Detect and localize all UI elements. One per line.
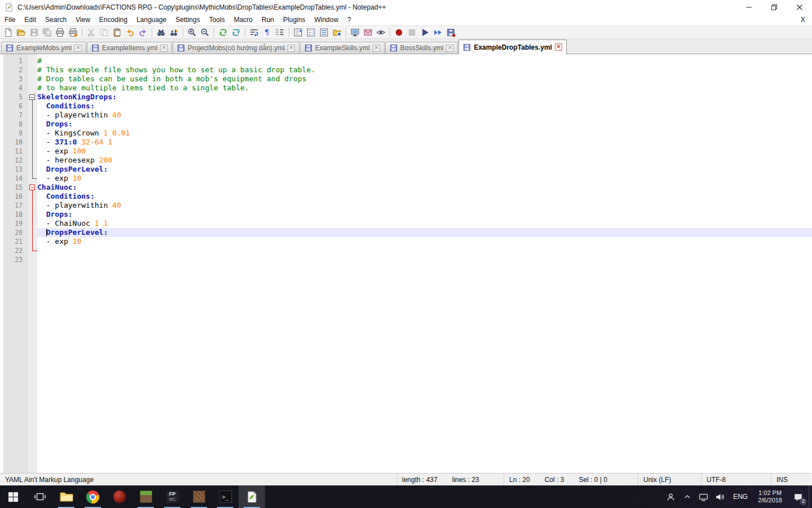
toolbar-zoom-in-button[interactable] [186, 27, 198, 38]
menu-encoding[interactable]: Encoding [95, 15, 132, 25]
menu-run[interactable]: Run [257, 15, 279, 25]
fold-collapse-icon[interactable] [29, 185, 35, 190]
menu-file[interactable]: File [0, 15, 20, 25]
text-editor[interactable]: 1#2# This example file shows you how to … [0, 54, 812, 473]
restore-button[interactable] [761, 0, 787, 14]
code-line[interactable]: ChaiNuoc: [37, 183, 812, 192]
code-line[interactable]: Drops: [37, 120, 812, 129]
tab-close-icon[interactable]: × [74, 45, 82, 52]
toolbar-sync-horizontal-button[interactable] [230, 27, 242, 38]
task-view-button[interactable] [27, 485, 53, 508]
toolbar-function-list-button[interactable] [292, 27, 304, 38]
toolbar-play-multi-button[interactable] [431, 27, 444, 38]
code-line[interactable]: - exp 10 [37, 237, 812, 246]
toolbar-save-all-button[interactable] [41, 27, 54, 38]
taskbar-clock[interactable]: 1:02 PM 2/6/2018 [753, 489, 787, 504]
toolbar-paste-button[interactable] [111, 27, 123, 38]
minimize-button[interactable] [736, 0, 761, 14]
menu-language[interactable]: Language [132, 15, 171, 25]
toolbar-print-button[interactable] [54, 27, 67, 38]
toolbar-play-button[interactable] [418, 27, 431, 38]
tab-examplemobs-yml[interactable]: ExampleMobs.yml× [1, 42, 86, 54]
minecraft-grass-taskbar-button[interactable] [133, 485, 159, 508]
code-line[interactable]: # to have multiple items tied to a singl… [37, 84, 812, 93]
tab-exampleskills-yml[interactable]: ExampleSkills.yml× [300, 42, 385, 54]
code-line[interactable]: Conditions: [37, 192, 812, 201]
toolbar-replace-button[interactable] [167, 27, 180, 38]
tab-close-icon[interactable]: × [288, 45, 295, 52]
toolbar-save-button[interactable] [28, 27, 41, 38]
code-line[interactable]: - playerwithin 40 [37, 111, 812, 120]
menu-help[interactable]: ? [343, 15, 356, 25]
red-app-taskbar-button[interactable] [106, 485, 133, 508]
menu-macro[interactable]: Macro [230, 15, 257, 25]
menu-search[interactable]: Search [41, 15, 71, 25]
code-line[interactable]: DropsPerLevel: [37, 228, 812, 237]
menu-view[interactable]: View [71, 15, 95, 25]
notepadpp-taskbar-button[interactable] [239, 485, 265, 508]
toolbar-record-button[interactable] [392, 27, 405, 38]
dirt-block-taskbar-button[interactable] [186, 485, 212, 508]
toolbar-stop-button[interactable] [405, 27, 418, 38]
toolbar-print-now-button[interactable] [67, 27, 80, 38]
status-eol-format[interactable]: Unix (LF) [638, 474, 701, 485]
file-explorer-taskbar-button[interactable] [53, 485, 80, 508]
chrome-taskbar-button[interactable] [80, 485, 106, 508]
toolbar-mail-button[interactable] [361, 27, 374, 38]
toolbar-eye-button[interactable] [374, 27, 387, 38]
chevron-up-tray-icon[interactable] [679, 485, 695, 508]
tab-exampleitems-yml[interactable]: ExampleItems.yml× [87, 42, 172, 54]
menu-edit[interactable]: Edit [20, 15, 41, 25]
menu-plugins[interactable]: Plugins [279, 15, 310, 25]
code-line[interactable]: # This example file shows you how to set… [37, 65, 812, 75]
toolbar-undo-button[interactable] [123, 27, 136, 38]
code-line[interactable]: - exp 10 [37, 174, 812, 183]
code-line[interactable]: DropsPerLevel: [37, 165, 812, 174]
toolbar-open-folder-button[interactable] [15, 27, 28, 38]
network-tray-icon[interactable] [695, 485, 712, 508]
toolbar-new-file-button[interactable] [2, 27, 15, 38]
toolbar-show-symbols-button[interactable]: ¶ [261, 27, 273, 38]
toolbar-word-wrap-button[interactable] [248, 27, 261, 38]
code-line[interactable]: Conditions: [37, 102, 812, 111]
code-line[interactable]: - ChaiNuoc 1 1 [37, 219, 812, 228]
tab-bossskills-yml[interactable]: BossSkills.yml× [385, 42, 458, 54]
menu-settings[interactable]: Settings [171, 15, 204, 25]
tab-close-icon[interactable]: × [160, 45, 167, 52]
tab-close-icon[interactable]: × [555, 43, 562, 51]
volume-tray-icon[interactable] [712, 485, 728, 508]
input-language-indicator[interactable]: ENG [728, 493, 753, 501]
toolbar-doc-list-button[interactable] [317, 27, 330, 38]
toolbar-doc-map-button[interactable] [304, 27, 317, 38]
code-line[interactable]: SkeletonKingDrops: [37, 93, 812, 102]
toolbar-zoom-out-button[interactable] [198, 27, 211, 38]
start-button[interactable] [0, 485, 27, 508]
status-insert-mode[interactable]: INS [771, 474, 812, 485]
toolbar-copy-button[interactable] [98, 27, 111, 38]
toolbar-find-button[interactable] [155, 27, 167, 38]
code-line[interactable]: - heroesexp 200 [37, 156, 812, 165]
code-line[interactable]: # [37, 56, 812, 65]
action-center-button[interactable]: 2 [787, 485, 809, 508]
toolbar-folder-workspace-button[interactable] [330, 27, 343, 38]
toolbar-redo-button[interactable] [136, 27, 149, 38]
toolbar-indent-guide-button[interactable] [273, 27, 286, 38]
menubar-close-icon[interactable]: X [794, 16, 812, 24]
people-tray-icon[interactable] [663, 485, 679, 508]
close-button[interactable] [787, 0, 812, 14]
code-line[interactable]: - exp 100 [37, 147, 812, 156]
code-line[interactable]: - playerwithin 40 [37, 201, 812, 210]
menu-tools[interactable]: Tools [205, 15, 230, 25]
tab-exampledroptables-yml[interactable]: ExampleDropTables.yml× [458, 40, 567, 54]
tab-close-icon[interactable]: × [446, 45, 453, 52]
fold-collapse-icon[interactable] [29, 94, 35, 100]
code-line[interactable]: - 371:0 32-64 1 [37, 138, 812, 147]
code-line[interactable]: # Drop tables can be used in both a mob'… [37, 75, 812, 84]
code-line[interactable]: - KingsCrown 1 0.01 [37, 129, 812, 138]
code-line[interactable]: Drops: [37, 210, 812, 219]
toolbar-cut-button[interactable] [85, 27, 98, 38]
show-desktop-button[interactable] [809, 485, 812, 508]
menu-window[interactable]: Window [310, 15, 343, 25]
status-encoding[interactable]: UTF-8 [701, 474, 771, 485]
console-taskbar-button[interactable]: >_ [212, 485, 239, 508]
